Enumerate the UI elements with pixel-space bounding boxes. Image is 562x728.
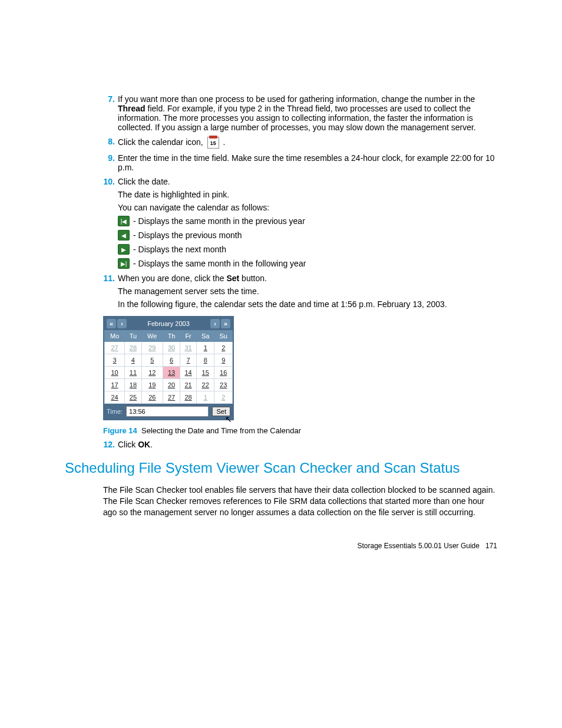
- calendar-dow-cell: Mo: [105, 331, 125, 342]
- section-heading: Scheduling File System Viewer Scan Check…: [65, 460, 497, 476]
- footer-title: Storage Essentials 5.00.01 User Guide: [358, 542, 480, 550]
- time-input[interactable]: 13:56: [126, 406, 209, 417]
- calendar-day-cell[interactable]: 28: [180, 391, 197, 404]
- calendar-dow-cell: Su: [214, 331, 233, 342]
- nav-arrow-icon: ▶|: [118, 258, 130, 269]
- step-11: 11. When you are done, click the Set but…: [65, 274, 497, 309]
- next-month-icon[interactable]: ›: [210, 319, 220, 328]
- step-text: Click the calendar icon, 15 .: [118, 137, 225, 147]
- step-number: 7.: [103, 94, 115, 104]
- calendar-day-cell[interactable]: 6: [163, 354, 180, 367]
- page-footer: Storage Essentials 5.00.01 User Guide 17…: [65, 542, 497, 550]
- step-subtext: In the following figure, the calendar se…: [118, 299, 497, 309]
- step-subtext: The management server sets the time.: [118, 286, 497, 296]
- nav-row: ▶|- Displays the same month in the follo…: [118, 258, 497, 269]
- calendar-dow-cell: Sa: [197, 331, 214, 342]
- calendar-day-cell[interactable]: 2: [214, 391, 233, 404]
- numbered-steps-cont: 12. Click OK.: [65, 440, 497, 449]
- footer-page: 171: [485, 542, 497, 550]
- calendar-day-cell[interactable]: 22: [197, 379, 214, 391]
- calendar-day-cell[interactable]: 11: [125, 367, 141, 379]
- calendar-day-cell[interactable]: 23: [214, 379, 233, 391]
- nav-text: - Displays the same month in the followi…: [133, 259, 306, 268]
- step-text: Click OK.: [118, 440, 153, 449]
- step-8: 8. Click the calendar icon, 15 .: [65, 137, 497, 149]
- step-subtext: The date is highlighted in pink.: [118, 190, 497, 199]
- time-label: Time:: [107, 408, 123, 415]
- prev-year-icon[interactable]: «: [107, 319, 116, 328]
- calendar-day-cell[interactable]: 30: [163, 342, 180, 354]
- calendar-time-row: Time: 13:56 Set ↖: [104, 404, 233, 419]
- nav-text: - Displays the same month in the previou…: [133, 216, 305, 226]
- figure-text: Selecting the Date and Time from the Cal…: [141, 426, 301, 435]
- nav-row: ◀- Displays the previous month: [118, 230, 497, 241]
- calendar-day-cell[interactable]: 17: [105, 379, 125, 391]
- cursor-icon: ↖: [225, 414, 232, 424]
- calendar-day-cell[interactable]: 4: [125, 354, 141, 367]
- step-text: When you are done, click the Set button.: [118, 274, 267, 283]
- calendar-dow-cell: We: [141, 331, 163, 342]
- calendar-day-cell[interactable]: 1: [197, 342, 214, 354]
- nav-arrow-icon: |◀: [118, 216, 130, 226]
- calendar-row: 242526272812: [105, 391, 233, 404]
- calendar-day-cell[interactable]: 21: [180, 379, 197, 391]
- calendar-day-cell[interactable]: 31: [180, 342, 197, 354]
- calendar-day-cell[interactable]: 27: [105, 342, 125, 354]
- calendar-row: 10111213141516: [105, 367, 233, 379]
- calendar-day-cell[interactable]: 19: [141, 379, 163, 391]
- calendar-day-cell[interactable]: 25: [125, 391, 141, 404]
- calendar-day-cell[interactable]: 2: [214, 342, 233, 354]
- calendar-dow-row: MoTuWeThFrSaSu: [105, 331, 233, 342]
- calendar-day-cell[interactable]: 24: [105, 391, 125, 404]
- calendar-day-cell[interactable]: 3: [105, 354, 125, 367]
- calendar-dow-cell: Tu: [125, 331, 141, 342]
- calendar-icon: 15: [207, 137, 219, 149]
- calendar-widget: « ‹ February 2003 › » MoTuWeThFrSaSu 272…: [103, 316, 234, 420]
- calendar-row: 3456789: [105, 354, 233, 367]
- nav-arrow-icon: ◀: [118, 230, 130, 241]
- calendar-prev-buttons: « ‹: [107, 319, 127, 328]
- calendar-day-cell[interactable]: 9: [214, 354, 233, 367]
- step-subtext: You can navigate the calendar as follows…: [118, 203, 497, 212]
- nav-row: |◀- Displays the same month in the previ…: [118, 216, 497, 226]
- numbered-steps: 7. If you want more than one process to …: [65, 94, 497, 309]
- calendar-day-cell[interactable]: 12: [141, 367, 163, 379]
- calendar-day-cell[interactable]: 20: [163, 379, 180, 391]
- calendar-row: 17181920212223: [105, 379, 233, 391]
- calendar-day-cell[interactable]: 10: [105, 367, 125, 379]
- step-9: 9. Enter the time in the time field. Mak…: [65, 153, 497, 172]
- set-button[interactable]: Set ↖: [212, 407, 230, 416]
- calendar-day-cell[interactable]: 1: [197, 391, 214, 404]
- calendar-day-cell[interactable]: 13: [163, 367, 180, 379]
- calendar-day-cell[interactable]: 5: [141, 354, 163, 367]
- figure-caption: Figure 14 Selecting the Date and Time fr…: [103, 426, 497, 435]
- document-page: 7. If you want more than one process to …: [0, 0, 562, 585]
- figure-number: Figure 14: [103, 426, 137, 435]
- calendar-next-buttons: › »: [210, 319, 230, 328]
- prev-month-icon[interactable]: ‹: [117, 319, 127, 328]
- nav-text: - Displays the previous month: [133, 230, 242, 240]
- step-7: 7. If you want more than one process to …: [65, 94, 497, 132]
- calendar-day-cell[interactable]: 7: [180, 354, 197, 367]
- next-year-icon[interactable]: »: [221, 319, 230, 328]
- calendar-header: « ‹ February 2003 › »: [104, 317, 233, 330]
- calendar-day-cell[interactable]: 28: [125, 342, 141, 354]
- section-body: The File Scan Checker tool enables file …: [103, 485, 497, 518]
- calendar-day-cell[interactable]: 26: [141, 391, 163, 404]
- calendar-day-cell[interactable]: 14: [180, 367, 197, 379]
- calendar-grid: MoTuWeThFrSaSu 2728293031123456789101112…: [104, 330, 233, 404]
- step-number: 8.: [103, 137, 115, 146]
- step-12: 12. Click OK.: [65, 440, 497, 449]
- nav-icon-list: |◀- Displays the same month in the previ…: [118, 216, 497, 269]
- calendar-day-cell[interactable]: 15: [197, 367, 214, 379]
- step-10: 10. Click the date. The date is highligh…: [65, 177, 497, 269]
- calendar-day-cell[interactable]: 16: [214, 367, 233, 379]
- calendar-day-cell[interactable]: 8: [197, 354, 214, 367]
- calendar-title: February 2003: [127, 320, 210, 327]
- step-text: Enter the time in the time field. Make s…: [118, 153, 495, 172]
- calendar-day-cell[interactable]: 29: [141, 342, 163, 354]
- calendar-day-cell[interactable]: 18: [125, 379, 141, 391]
- nav-arrow-icon: ▶: [118, 244, 130, 255]
- step-text: Click the date.: [118, 177, 170, 186]
- calendar-day-cell[interactable]: 27: [163, 391, 180, 404]
